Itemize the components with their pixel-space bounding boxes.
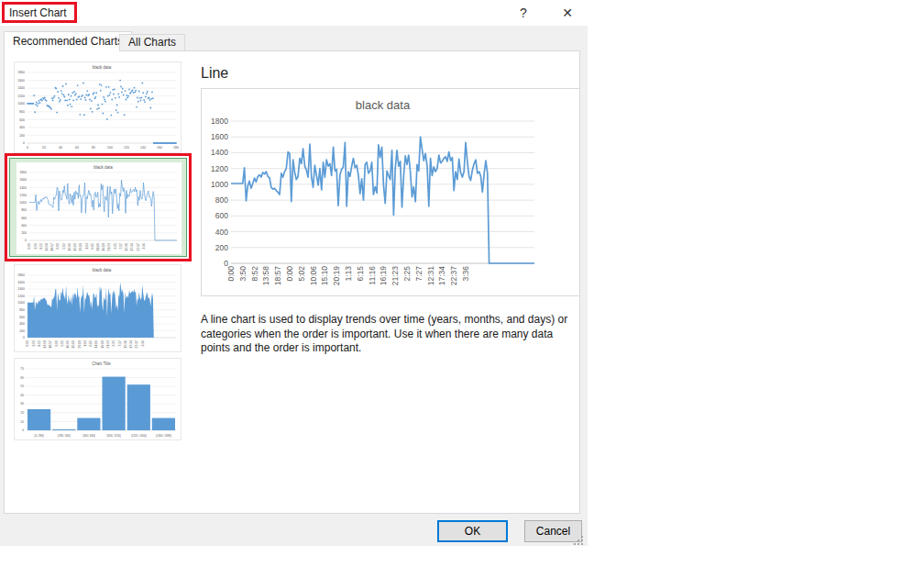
svg-text:400: 400	[19, 322, 25, 326]
svg-text:600: 600	[21, 217, 27, 220]
svg-text:12:31: 12:31	[124, 340, 127, 349]
svg-text:1400: 1400	[17, 86, 25, 90]
tab-recommended-charts[interactable]: Recommended Charts	[4, 31, 132, 51]
svg-text:600: 600	[19, 118, 25, 122]
svg-text:3:50: 3:50	[34, 243, 38, 250]
svg-text:black data: black data	[356, 98, 411, 112]
svg-text:1000: 1000	[19, 201, 27, 205]
thumbnail-scatter-chart[interactable]: black data020040060080010001200140016001…	[14, 61, 182, 153]
svg-text:3:36: 3:36	[142, 243, 146, 250]
svg-text:50: 50	[20, 384, 24, 388]
svg-text:3:36: 3:36	[461, 266, 470, 282]
thumbnail-histogram-chart[interactable]: Chart Title010203040506070[0, 280](280, …	[14, 358, 182, 440]
svg-text:60: 60	[20, 376, 24, 380]
svg-text:3:50: 3:50	[32, 340, 36, 347]
svg-text:140: 140	[140, 146, 146, 150]
svg-text:70: 70	[20, 367, 24, 371]
svg-text:8:52: 8:52	[250, 266, 259, 282]
svg-text:13:58: 13:58	[43, 340, 47, 349]
svg-text:1000: 1000	[17, 301, 25, 305]
svg-text:(280, 560]: (280, 560]	[58, 434, 71, 438]
svg-text:800: 800	[21, 208, 27, 212]
svg-text:Chart Title: Chart Title	[92, 361, 111, 366]
svg-text:7:27: 7:27	[414, 266, 424, 282]
svg-text:11:16: 11:16	[96, 243, 100, 251]
svg-text:1000: 1000	[17, 102, 25, 106]
svg-text:5:02: 5:02	[60, 340, 64, 347]
svg-text:200: 200	[19, 134, 25, 138]
svg-text:0:00: 0:00	[26, 340, 29, 347]
svg-text:0: 0	[27, 146, 28, 150]
chart-preview-panel: black data020040060080010001200140016001…	[201, 88, 580, 296]
svg-text:1600: 1600	[19, 178, 27, 182]
svg-text:black data: black data	[93, 268, 112, 272]
svg-text:0: 0	[25, 239, 27, 242]
svg-text:18:57: 18:57	[49, 340, 52, 349]
resize-grip-icon[interactable]	[572, 534, 585, 547]
ok-button[interactable]: OK	[437, 520, 508, 542]
svg-text:20: 20	[20, 411, 24, 415]
svg-text:1200: 1200	[211, 164, 228, 173]
thumbnail-area-chart[interactable]: black data020040060080010001200140016001…	[14, 264, 182, 352]
svg-text:20:19: 20:19	[78, 340, 82, 349]
svg-text:(840, 1120]: (840, 1120]	[107, 434, 121, 438]
help-button[interactable]: ?	[513, 4, 534, 22]
svg-text:(1120, 1400]: (1120, 1400]	[131, 434, 147, 438]
svg-text:8:52: 8:52	[39, 243, 43, 250]
svg-text:80: 80	[92, 146, 95, 150]
svg-text:1200: 1200	[17, 94, 25, 98]
svg-text:0:00: 0:00	[226, 266, 236, 282]
svg-text:10:06: 10:06	[68, 243, 72, 251]
svg-text:15:10: 15:10	[320, 266, 329, 286]
svg-text:60: 60	[75, 146, 79, 150]
scatter-chart-thumbnail-preview: black data020040060080010001200140016001…	[15, 62, 181, 152]
svg-text:1400: 1400	[211, 148, 228, 157]
svg-text:(560, 840]: (560, 840]	[82, 434, 95, 438]
svg-text:800: 800	[19, 110, 25, 114]
svg-text:10:06: 10:06	[66, 340, 70, 349]
svg-text:3:50: 3:50	[238, 266, 248, 282]
line-chart-large-preview: black data020040060080010001200140016001…	[202, 89, 579, 295]
svg-text:2:25: 2:25	[114, 243, 117, 250]
svg-text:1800: 1800	[17, 71, 25, 74]
thumbnail-line-chart-selected[interactable]: black data020040060080010001200140016001…	[9, 158, 187, 257]
dialog-content-panel: black data020040060080010001200140016001…	[4, 50, 580, 514]
svg-text:17:34: 17:34	[129, 340, 133, 349]
svg-text:17:34: 17:34	[130, 243, 134, 251]
chart-description: A line chart is used to display trends o…	[201, 313, 577, 356]
svg-text:1000: 1000	[211, 180, 228, 189]
svg-text:13:58: 13:58	[261, 266, 270, 286]
svg-text:20:19: 20:19	[79, 243, 82, 251]
close-icon[interactable]: ✕	[556, 3, 579, 23]
svg-text:black data: black data	[94, 165, 113, 170]
svg-text:20: 20	[42, 146, 46, 150]
dialog-title: Insert Chart	[9, 6, 67, 19]
svg-text:0:00: 0:00	[28, 243, 31, 250]
svg-text:1200: 1200	[17, 295, 25, 298]
svg-text:11:16: 11:16	[368, 266, 377, 285]
svg-text:1600: 1600	[211, 132, 228, 141]
svg-text:black data: black data	[93, 65, 112, 70]
svg-text:160: 160	[157, 146, 162, 150]
svg-text:13:58: 13:58	[45, 243, 49, 251]
svg-text:1800: 1800	[19, 171, 27, 174]
svg-text:0: 0	[23, 141, 25, 145]
svg-text:1400: 1400	[19, 186, 27, 190]
svg-text:17:34: 17:34	[437, 266, 446, 286]
svg-text:18:57: 18:57	[273, 266, 282, 286]
line-chart-thumbnail-preview: black data020040060080010001200140016001…	[16, 162, 182, 254]
svg-text:600: 600	[19, 316, 25, 319]
screenshot-stage: Insert Chart ? ✕ Recommended Charts All …	[0, 0, 924, 578]
svg-text:22:37: 22:37	[137, 243, 140, 251]
svg-text:16:19: 16:19	[379, 266, 388, 286]
svg-text:40: 40	[59, 146, 62, 150]
svg-text:5:02: 5:02	[62, 243, 66, 250]
svg-text:1400: 1400	[17, 287, 25, 291]
svg-text:22:37: 22:37	[135, 340, 138, 349]
histogram-chart-thumbnail-preview: Chart Title010203040506070[0, 280](280, …	[15, 359, 181, 439]
svg-text:1800: 1800	[211, 117, 228, 126]
svg-text:20:19: 20:19	[332, 266, 341, 286]
tab-all-charts[interactable]: All Charts	[119, 34, 185, 51]
svg-text:21:23: 21:23	[390, 266, 400, 286]
svg-text:7:27: 7:27	[119, 243, 123, 250]
